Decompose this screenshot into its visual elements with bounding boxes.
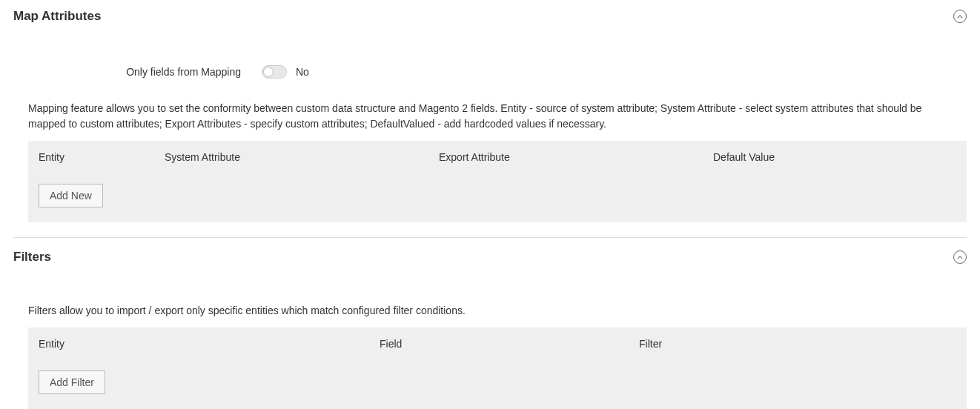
map-attributes-title: Map Attributes <box>13 9 101 24</box>
filters-title: Filters <box>13 250 51 265</box>
filters-table-actions: Add Filter <box>28 360 967 409</box>
only-fields-label: Only fields from Mapping <box>13 66 262 78</box>
col-system-attribute: System Attribute <box>165 151 439 163</box>
toggle-knob <box>263 67 274 77</box>
only-fields-toggle[interactable] <box>262 65 287 79</box>
col-default-value: Default Value <box>713 151 956 163</box>
add-new-button[interactable]: Add New <box>39 184 103 207</box>
map-attributes-description: Mapping feature allows you to set the co… <box>28 101 967 132</box>
map-table-actions: Add New <box>28 173 967 222</box>
filters-table: Entity Field Filter Add Filter <box>28 327 967 409</box>
map-table-header: Entity System Attribute Export Attribute… <box>28 141 967 173</box>
col-entity: Entity <box>39 338 380 350</box>
col-field: Field <box>380 338 639 350</box>
col-export-attribute: Export Attribute <box>439 151 713 163</box>
col-entity: Entity <box>39 151 165 163</box>
map-attributes-header: Map Attributes <box>13 0 967 30</box>
chevron-up-icon <box>957 256 963 259</box>
collapse-icon[interactable] <box>953 250 967 264</box>
chevron-up-icon <box>957 15 963 19</box>
map-attributes-section: Map Attributes Only fields from Mapping … <box>0 0 980 222</box>
filters-table-header: Entity Field Filter <box>28 327 967 360</box>
only-fields-value: No <box>296 66 309 78</box>
map-attributes-table: Entity System Attribute Export Attribute… <box>28 141 967 222</box>
filters-section: Filters Filters allow you to import / ex… <box>0 238 980 409</box>
add-filter-button[interactable]: Add Filter <box>39 370 105 394</box>
collapse-icon[interactable] <box>953 10 967 23</box>
col-filter: Filter <box>639 338 956 350</box>
filters-header: Filters <box>13 238 967 270</box>
filters-description: Filters allow you to import / export onl… <box>28 303 967 319</box>
only-fields-row: Only fields from Mapping No <box>13 65 967 79</box>
